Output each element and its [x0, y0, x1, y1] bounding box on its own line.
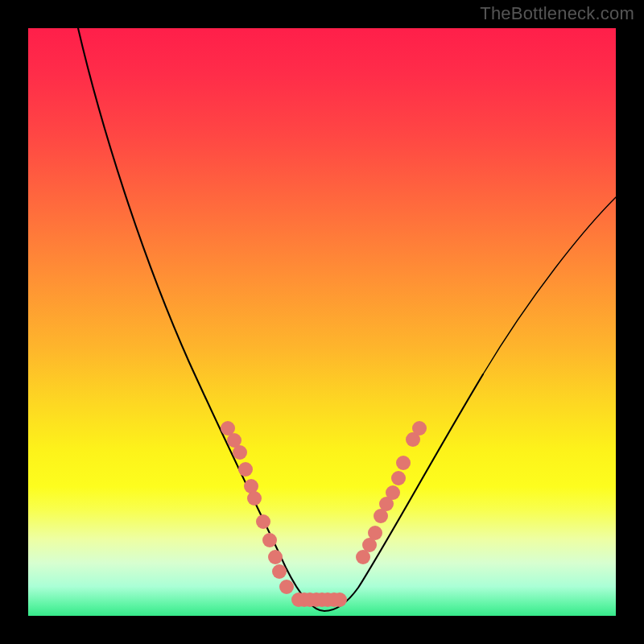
plot-area: [28, 28, 616, 616]
chart-svg: [28, 28, 616, 616]
right-cluster-markers: [356, 421, 427, 564]
curve-left: [78, 28, 324, 611]
marker-dot: [247, 491, 262, 506]
marker-dot: [268, 550, 283, 564]
marker-dot: [233, 445, 247, 460]
curve-right: [324, 374, 483, 611]
bottleneck-curve: [78, 28, 616, 611]
marker-dot: [272, 564, 287, 579]
chart-frame: TheBottleneck.com: [0, 0, 644, 644]
marker-dot: [396, 456, 411, 470]
marker-dot: [391, 471, 406, 485]
trough-markers: [291, 592, 347, 607]
marker-dot: [368, 526, 382, 540]
marker-dot: [262, 533, 277, 547]
marker-dot: [279, 580, 294, 594]
marker-dot: [386, 485, 400, 500]
marker-dot: [256, 514, 270, 529]
watermark-text: TheBottleneck.com: [480, 3, 634, 24]
curve-right-tail: [483, 197, 616, 374]
marker-dot: [412, 421, 427, 436]
marker-dot: [332, 592, 347, 607]
marker-dot: [238, 462, 253, 477]
